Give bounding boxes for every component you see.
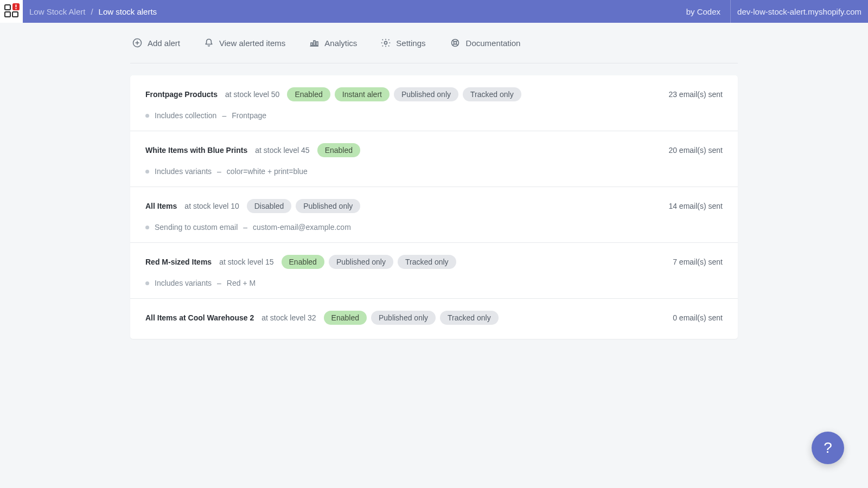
plus-circle-icon xyxy=(132,38,142,48)
nav-label: Add alert xyxy=(148,38,180,48)
nav-label: Settings xyxy=(396,38,425,48)
nav-label: Documentation xyxy=(466,38,521,48)
alert-emails-sent: 7 email(s) sent xyxy=(673,258,723,266)
alert-meta-label: Includes collection xyxy=(155,111,216,120)
svg-line-17 xyxy=(456,40,458,42)
badge-published-only: Published only xyxy=(371,311,436,325)
svg-line-19 xyxy=(456,44,458,46)
alert-row-top: All Items at stock level 10 Disabled Pub… xyxy=(145,199,723,213)
bell-icon xyxy=(204,38,214,48)
bullet-icon xyxy=(145,114,149,118)
alert-emails-sent: 0 email(s) sent xyxy=(673,313,723,322)
nav-add-alert[interactable]: Add alert xyxy=(132,38,180,48)
svg-point-15 xyxy=(454,41,456,44)
alert-title: Frontpage Products xyxy=(145,90,218,99)
life-ring-icon xyxy=(450,38,461,48)
alert-badges: Enabled Published only Tracked only xyxy=(324,311,499,325)
badge-published-only: Published only xyxy=(394,87,458,101)
alert-meta: Includes variants – Red + M xyxy=(145,279,723,287)
alert-meta: Sending to custom email – custom-email@e… xyxy=(145,223,723,232)
page: Add alert View alerted items Analytics xyxy=(130,23,738,339)
bullet-icon xyxy=(145,170,149,174)
alert-row[interactable]: Red M-sized Items at stock level 15 Enab… xyxy=(130,243,738,299)
topbar: Low Stock Alert / Low stock alerts by Co… xyxy=(0,0,868,23)
alert-badges: Enabled Instant alert Published only Tra… xyxy=(287,87,521,101)
alert-stock: at stock level 50 xyxy=(225,90,279,99)
svg-rect-4 xyxy=(16,5,17,8)
badge-published-only: Published only xyxy=(296,199,360,213)
badge-enabled: Enabled xyxy=(324,311,367,325)
alert-row-top: Red M-sized Items at stock level 15 Enab… xyxy=(145,255,723,269)
help-icon: ? xyxy=(824,439,832,457)
alert-stock: at stock level 45 xyxy=(255,146,309,155)
alert-boxes-icon xyxy=(3,3,20,20)
alert-title: All Items at Cool Warehouse 2 xyxy=(145,313,254,322)
breadcrumb: Low Stock Alert / Low stock alerts xyxy=(29,7,157,16)
svg-rect-2 xyxy=(5,5,10,10)
nav: Add alert View alerted items Analytics xyxy=(130,23,738,63)
alert-meta-sep: – xyxy=(222,111,226,120)
alert-meta-label: Includes variants xyxy=(155,279,212,287)
alert-meta: Includes variants – color=white + print=… xyxy=(145,167,723,176)
topbar-domain[interactable]: dev-low-stock-alert.myshopify.com xyxy=(731,0,868,23)
bar-chart-icon xyxy=(309,38,319,48)
alert-title: Red M-sized Items xyxy=(145,258,212,266)
badge-tracked-only: Tracked only xyxy=(398,255,456,269)
alert-meta-label: Sending to custom email xyxy=(155,223,238,232)
alert-row[interactable]: Frontpage Products at stock level 50 Ena… xyxy=(130,75,738,131)
help-button[interactable]: ? xyxy=(812,432,844,464)
alert-meta-sep: – xyxy=(217,279,221,287)
bullet-icon xyxy=(145,226,149,229)
bullet-icon xyxy=(145,281,149,285)
svg-line-16 xyxy=(452,40,454,42)
alert-emails-sent: 20 email(s) sent xyxy=(668,146,723,155)
badge-disabled: Disabled xyxy=(247,199,291,213)
nav-label: View alerted items xyxy=(219,38,285,48)
nav-settings[interactable]: Settings xyxy=(381,38,425,48)
badge-published-only: Published only xyxy=(329,255,393,269)
badge-enabled: Enabled xyxy=(282,255,324,269)
alert-row-top: White Items with Blue Prints at stock le… xyxy=(145,143,723,157)
alert-title: All Items xyxy=(145,202,177,210)
nav-label: Analytics xyxy=(324,38,357,48)
alert-row-top: All Items at Cool Warehouse 2 at stock l… xyxy=(145,311,723,325)
alert-meta: Includes collection – Frontpage xyxy=(145,111,723,120)
nav-analytics[interactable]: Analytics xyxy=(309,38,357,48)
alert-meta-value: color=white + print=blue xyxy=(227,167,308,176)
svg-rect-5 xyxy=(16,8,17,9)
nav-documentation[interactable]: Documentation xyxy=(450,38,521,48)
breadcrumb-current: Low stock alerts xyxy=(99,7,157,16)
alert-meta-value: custom-email@example.com xyxy=(253,223,351,232)
badge-enabled: Enabled xyxy=(317,143,360,157)
alert-meta-value: Frontpage xyxy=(232,111,266,120)
alert-meta-label: Includes variants xyxy=(155,167,212,176)
badge-tracked-only: Tracked only xyxy=(463,87,521,101)
badge-enabled: Enabled xyxy=(287,87,330,101)
svg-rect-0 xyxy=(5,12,10,17)
breadcrumb-sep: / xyxy=(91,7,93,16)
badge-tracked-only: Tracked only xyxy=(440,311,499,325)
svg-rect-11 xyxy=(316,42,318,46)
alert-row[interactable]: White Items with Blue Prints at stock le… xyxy=(130,131,738,187)
alert-badges: Disabled Published only xyxy=(247,199,361,213)
breadcrumb-root[interactable]: Low Stock Alert xyxy=(29,7,85,16)
alert-row[interactable]: All Items at Cool Warehouse 2 at stock l… xyxy=(130,299,738,339)
nav-view-alerted[interactable]: View alerted items xyxy=(204,38,285,48)
alert-emails-sent: 23 email(s) sent xyxy=(668,90,723,99)
alert-title: White Items with Blue Prints xyxy=(145,146,247,155)
alert-stock: at stock level 15 xyxy=(219,258,273,266)
gear-icon xyxy=(381,38,391,48)
alert-row[interactable]: All Items at stock level 10 Disabled Pub… xyxy=(130,187,738,243)
alert-stock: at stock level 32 xyxy=(261,313,316,322)
svg-rect-1 xyxy=(12,12,18,17)
svg-rect-10 xyxy=(314,41,315,46)
topbar-author[interactable]: by Codex xyxy=(676,0,731,23)
alert-meta-sep: – xyxy=(217,167,221,176)
svg-point-13 xyxy=(385,41,387,44)
badge-instant-alert: Instant alert xyxy=(335,87,390,101)
alert-badges: Enabled Published only Tracked only xyxy=(282,255,456,269)
alert-stock: at stock level 10 xyxy=(184,202,239,210)
alert-row-top: Frontpage Products at stock level 50 Ena… xyxy=(145,87,723,101)
alert-emails-sent: 14 email(s) sent xyxy=(668,202,723,210)
svg-line-18 xyxy=(452,44,454,46)
